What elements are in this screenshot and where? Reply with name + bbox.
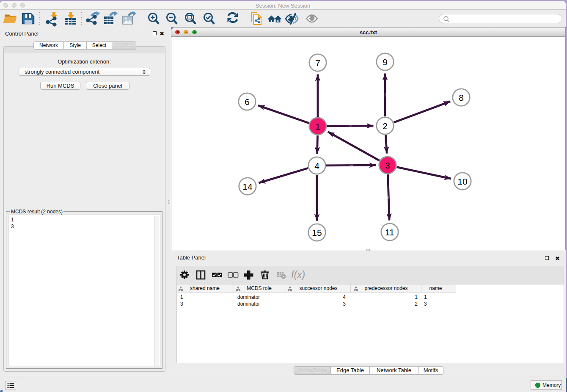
svg-text:14: 14 [242,182,253,191]
svg-text:4: 4 [314,161,319,171]
svg-text:3: 3 [385,160,390,170]
svg-text:9: 9 [383,57,388,67]
svg-text:f(x): f(x) [291,269,305,280]
svg-text:11: 11 [385,227,394,237]
svg-text:15: 15 [312,228,322,237]
svg-text:10: 10 [457,177,467,186]
svg-text:7: 7 [315,58,320,68]
svg-text:1: 1 [315,121,320,131]
svg-text:6: 6 [245,97,250,107]
svg-text:2: 2 [383,121,388,131]
svg-text:8: 8 [459,93,464,102]
